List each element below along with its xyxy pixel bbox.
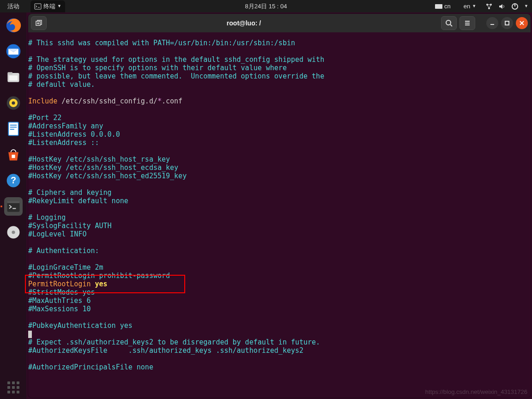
- dock-help[interactable]: ?: [4, 171, 23, 190]
- svg-point-28: [446, 20, 451, 25]
- svg-rect-11: [9, 75, 18, 80]
- terminal-content[interactable]: # This sshd was compiled with PATH=/usr/…: [28, 32, 531, 398]
- dock-firefox[interactable]: [4, 16, 23, 35]
- svg-point-26: [12, 230, 15, 234]
- dock-rhythmbox[interactable]: [4, 94, 23, 112]
- search-button[interactable]: [441, 16, 457, 30]
- window-title: root@luo: /: [49, 19, 438, 27]
- dock-software[interactable]: [4, 145, 23, 164]
- close-button[interactable]: [516, 17, 528, 29]
- keyboard-icon: [435, 3, 442, 10]
- svg-rect-17: [10, 125, 16, 126]
- chevron-down-icon: ▼: [57, 4, 61, 8]
- dock-disc[interactable]: [4, 223, 23, 242]
- show-applications[interactable]: [0, 376, 26, 399]
- dock-office[interactable]: [4, 120, 23, 138]
- network-icon[interactable]: [485, 3, 493, 10]
- activities-button[interactable]: 活动: [4, 0, 23, 12]
- svg-rect-10: [7, 72, 12, 74]
- input-source-en[interactable]: en ▼: [460, 1, 480, 12]
- svg-rect-34: [505, 21, 509, 25]
- power-icon[interactable]: [511, 3, 519, 10]
- clock[interactable]: 8月24日 15 : 04: [245, 2, 287, 11]
- new-tab-button[interactable]: [31, 16, 47, 30]
- svg-rect-20: [12, 155, 15, 158]
- app-menu[interactable]: 终端 ▼: [30, 0, 65, 12]
- maximize-button[interactable]: [501, 17, 513, 29]
- titlebar: root@luo: /: [28, 14, 531, 32]
- svg-rect-0: [35, 4, 41, 9]
- input-source-cn[interactable]: cn: [431, 1, 454, 12]
- volume-icon[interactable]: [498, 3, 506, 10]
- svg-rect-19: [10, 129, 14, 130]
- minimize-button[interactable]: [486, 17, 498, 29]
- terminal-icon: [34, 3, 42, 10]
- dock-files[interactable]: [4, 68, 23, 86]
- svg-text:?: ?: [10, 175, 16, 185]
- svg-rect-18: [10, 127, 16, 128]
- svg-line-29: [450, 24, 452, 26]
- input-en-label: en: [464, 3, 470, 10]
- app-menu-label: 终端: [43, 2, 55, 11]
- svg-rect-1: [435, 4, 442, 9]
- menu-button[interactable]: [459, 16, 475, 30]
- svg-rect-24: [7, 201, 19, 203]
- dock: ?: [0, 12, 26, 399]
- dock-terminal[interactable]: [4, 197, 23, 216]
- watermark: https://blog.csdn.net/weixin_43131726: [425, 388, 527, 395]
- top-panel: 活动 终端 ▼ 8月24日 15 : 04 cn en ▼ ▼: [0, 0, 532, 12]
- dock-thunderbird[interactable]: [4, 42, 23, 60]
- terminal-window: root@luo: / # This sshd was compiled wit…: [28, 14, 531, 398]
- chevron-down-icon: ▼: [472, 4, 476, 8]
- svg-point-14: [12, 101, 15, 104]
- chevron-down-icon: ▼: [524, 4, 528, 8]
- input-cn-label: cn: [444, 3, 451, 10]
